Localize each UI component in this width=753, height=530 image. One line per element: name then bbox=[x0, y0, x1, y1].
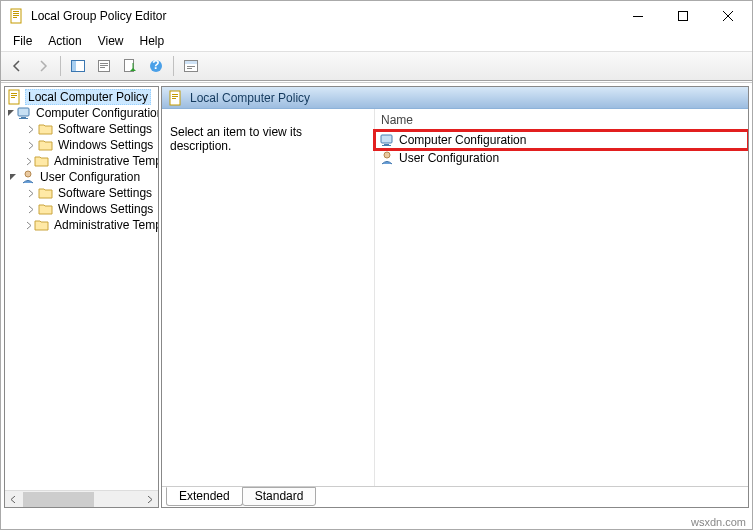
folder-icon bbox=[34, 153, 50, 169]
svg-rect-11 bbox=[100, 65, 108, 66]
expand-icon[interactable] bbox=[25, 201, 38, 217]
description-prompt: Select an item to view its description. bbox=[170, 125, 302, 153]
scroll-left-arrow-icon[interactable] bbox=[5, 491, 22, 508]
collapse-icon[interactable] bbox=[7, 169, 20, 185]
back-button[interactable] bbox=[5, 54, 29, 78]
description-column: Select an item to view its description. bbox=[162, 109, 374, 486]
tree-root-local-computer-policy[interactable]: Local Computer Policy bbox=[5, 89, 158, 105]
toolbar: ? bbox=[1, 51, 752, 81]
folder-icon bbox=[38, 121, 54, 137]
svg-rect-35 bbox=[382, 145, 391, 146]
list-row-user-configuration[interactable]: User Configuration bbox=[375, 149, 748, 167]
svg-rect-18 bbox=[185, 61, 197, 64]
expand-icon[interactable] bbox=[25, 217, 34, 233]
svg-point-28 bbox=[25, 171, 31, 177]
svg-rect-31 bbox=[172, 96, 178, 97]
column-label: Name bbox=[381, 113, 413, 127]
menu-view[interactable]: View bbox=[90, 32, 132, 50]
tree-computer-configuration[interactable]: Computer Configuration bbox=[5, 105, 158, 121]
export-list-button[interactable] bbox=[118, 54, 142, 78]
svg-rect-33 bbox=[381, 135, 392, 143]
tree-uc-admin-templates[interactable]: Administrative Templates bbox=[5, 217, 158, 233]
filter-button[interactable] bbox=[179, 54, 203, 78]
svg-rect-6 bbox=[678, 12, 687, 21]
collapse-icon[interactable] bbox=[7, 105, 16, 121]
scroll-right-arrow-icon[interactable] bbox=[141, 491, 158, 508]
forward-button[interactable] bbox=[31, 54, 55, 78]
svg-rect-4 bbox=[13, 17, 17, 18]
scrollbar-thumb[interactable] bbox=[23, 492, 94, 507]
computer-icon bbox=[379, 132, 395, 148]
scrollbar-track[interactable] bbox=[22, 491, 141, 508]
menubar: File Action View Help bbox=[1, 31, 752, 51]
svg-rect-32 bbox=[172, 98, 176, 99]
svg-rect-30 bbox=[172, 94, 178, 95]
expand-icon[interactable] bbox=[25, 185, 38, 201]
app-icon bbox=[9, 8, 25, 24]
titlebar: Local Group Policy Editor bbox=[1, 1, 752, 31]
expand-icon[interactable] bbox=[25, 153, 34, 169]
svg-rect-24 bbox=[11, 97, 15, 98]
svg-rect-20 bbox=[187, 68, 192, 69]
tree-label: Administrative Templates bbox=[52, 218, 158, 232]
menu-help[interactable]: Help bbox=[132, 32, 173, 50]
svg-rect-27 bbox=[19, 118, 28, 119]
expand-icon[interactable] bbox=[25, 121, 38, 137]
properties-button[interactable] bbox=[92, 54, 116, 78]
menu-action[interactable]: Action bbox=[40, 32, 89, 50]
window-title: Local Group Policy Editor bbox=[31, 9, 615, 23]
list-column: Name Computer Configuration User Configu… bbox=[374, 109, 748, 486]
tree-cc-windows-settings[interactable]: Windows Settings bbox=[5, 137, 158, 153]
svg-rect-25 bbox=[18, 108, 29, 116]
tree-label: Windows Settings bbox=[56, 138, 155, 152]
user-icon bbox=[379, 150, 395, 166]
policy-icon bbox=[7, 89, 23, 105]
svg-rect-2 bbox=[13, 13, 19, 14]
tab-standard[interactable]: Standard bbox=[242, 487, 317, 506]
tab-extended[interactable]: Extended bbox=[166, 487, 243, 506]
tree-pane: Local Computer Policy Computer Configura… bbox=[4, 86, 159, 508]
tree-uc-windows-settings[interactable]: Windows Settings bbox=[5, 201, 158, 217]
list-column-header-name[interactable]: Name bbox=[375, 109, 748, 131]
workspace: Local Computer Policy Computer Configura… bbox=[1, 82, 752, 511]
folder-icon bbox=[38, 137, 54, 153]
tabstrip: Extended Standard bbox=[162, 486, 748, 507]
tree-uc-software-settings[interactable]: Software Settings bbox=[5, 185, 158, 201]
svg-rect-19 bbox=[187, 66, 195, 67]
toolbar-separator bbox=[60, 56, 61, 76]
content-body: Select an item to view its description. … bbox=[162, 109, 748, 486]
folder-icon bbox=[38, 201, 54, 217]
minimize-button[interactable] bbox=[615, 2, 660, 31]
computer-icon bbox=[16, 105, 32, 121]
menu-file[interactable]: File bbox=[5, 32, 40, 50]
close-button[interactable] bbox=[705, 2, 750, 31]
tree-label: Local Computer Policy bbox=[25, 89, 151, 105]
tree-body[interactable]: Local Computer Policy Computer Configura… bbox=[5, 87, 158, 490]
svg-rect-26 bbox=[21, 117, 26, 118]
tree-label: Software Settings bbox=[56, 186, 154, 200]
tab-label: Extended bbox=[179, 489, 230, 503]
expand-icon[interactable] bbox=[25, 137, 38, 153]
list-row-label: User Configuration bbox=[399, 151, 499, 165]
content-pane: Local Computer Policy Select an item to … bbox=[161, 86, 749, 508]
user-icon bbox=[20, 169, 36, 185]
list-row-computer-configuration[interactable]: Computer Configuration bbox=[375, 131, 748, 149]
tree-horizontal-scrollbar[interactable] bbox=[5, 490, 158, 507]
svg-point-36 bbox=[384, 152, 390, 158]
show-hide-tree-button[interactable] bbox=[66, 54, 90, 78]
svg-rect-8 bbox=[72, 61, 76, 71]
maximize-button[interactable] bbox=[660, 2, 705, 31]
watermark: wsxdn.com bbox=[691, 516, 746, 528]
tree-cc-software-settings[interactable]: Software Settings bbox=[5, 121, 158, 137]
help-button[interactable]: ? bbox=[144, 54, 168, 78]
svg-rect-3 bbox=[13, 15, 19, 16]
content-header: Local Computer Policy bbox=[162, 87, 748, 109]
content-header-title: Local Computer Policy bbox=[190, 91, 310, 105]
tree-user-configuration[interactable]: User Configuration bbox=[5, 169, 158, 185]
tree-label: User Configuration bbox=[38, 170, 142, 184]
tree-cc-admin-templates[interactable]: Administrative Templates bbox=[5, 153, 158, 169]
tree-label: Windows Settings bbox=[56, 202, 155, 216]
folder-icon bbox=[34, 217, 50, 233]
policy-icon bbox=[168, 90, 184, 106]
svg-text:?: ? bbox=[152, 58, 159, 72]
